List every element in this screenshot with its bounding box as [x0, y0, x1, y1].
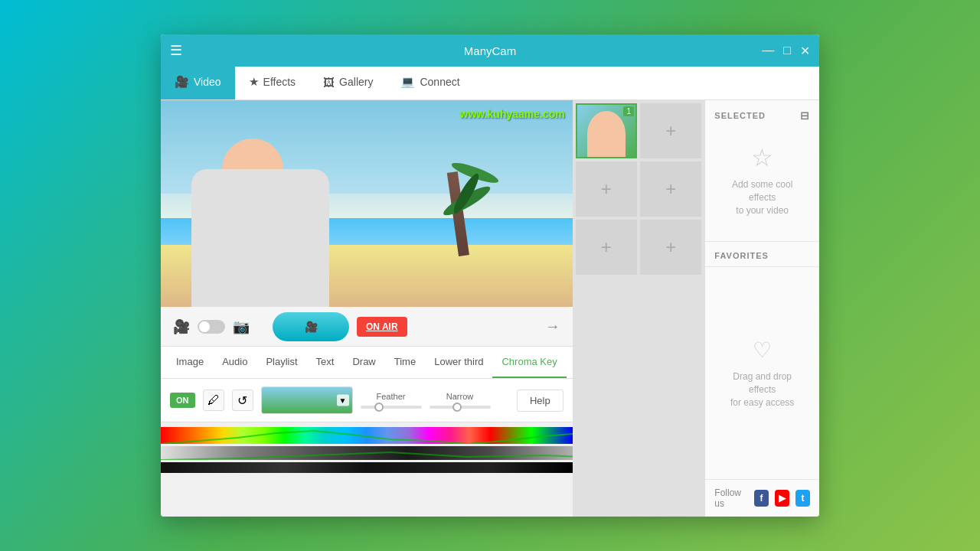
follow-us-label: Follow us [714, 487, 748, 509]
main-content: www.kuhyaame.com 🎥 📷 🎥 ON AIR → Image Au… [161, 100, 819, 517]
tool-tab-draw[interactable]: Draw [343, 347, 384, 378]
color-bar-rainbow [161, 427, 573, 444]
add-source-icon-3: + [601, 178, 612, 200]
title-bar: ☰ ManyCam — □ ✕ [161, 34, 819, 67]
feather-slider-group: Feather [361, 392, 422, 409]
source-grid-panel: 1 + + + + + [573, 100, 705, 517]
background-preview[interactable]: ▼ [261, 386, 353, 414]
tool-tab-image[interactable]: Image [167, 347, 213, 378]
selected-placeholder-text: Add some cool effectsto your video [722, 178, 802, 217]
tool-tabs: Image Audio Playlist Text Draw Time Lowe… [161, 347, 573, 379]
favorites-content: ♡ Drag and drop effectsfor easy access [705, 267, 819, 479]
narrow-label: Narrow [430, 392, 491, 401]
add-source-icon-4: + [665, 178, 676, 200]
color-bars [161, 422, 573, 473]
on-air-button[interactable]: ON AIR [357, 317, 407, 337]
tab-video-label: Video [194, 76, 221, 88]
reset-icon[interactable]: ↺ [232, 390, 253, 411]
video-preview: www.kuhyaame.com [161, 100, 573, 307]
chroma-key-panel: ON 🖊 ↺ ▼ Feather Narrow [161, 379, 573, 422]
feather-label: Feather [361, 392, 422, 401]
camera-icon: 🎥 [173, 318, 190, 335]
tab-connect-label: Connect [420, 76, 459, 88]
minimize-button[interactable]: — [762, 44, 774, 57]
camera-toggle[interactable] [198, 320, 225, 334]
watermark: www.kuhyaame.com [460, 108, 565, 120]
favorites-placeholder-text: Drag and drop effectsfor easy access [720, 370, 804, 409]
hamburger-icon[interactable]: ☰ [170, 42, 182, 59]
tab-effects[interactable]: ★ Effects [235, 67, 310, 99]
add-source-icon-5: + [601, 236, 612, 258]
effects-tab-icon: ★ [249, 75, 259, 89]
tab-bar: 🎥 Video ★ Effects 🖼 Gallery 💻 Connect [161, 67, 819, 100]
arrow-icon: → [545, 318, 560, 335]
tool-tab-chroma-key[interactable]: Chroma Key [492, 347, 566, 378]
gallery-tab-icon: 🖼 [323, 76, 335, 89]
selected-title: SELECTED ⊟ [714, 109, 810, 122]
source-badge-1: 1 [623, 106, 634, 116]
facebook-icon[interactable]: f [754, 490, 769, 507]
thumb-face-1 [587, 111, 626, 157]
video-preview-area: www.kuhyaame.com [161, 100, 573, 307]
close-button[interactable]: ✕ [800, 44, 810, 58]
tab-gallery-label: Gallery [339, 76, 373, 88]
color-picker-icon[interactable]: 🖊 [203, 390, 224, 411]
app-window: ☰ ManyCam — □ ✕ 🎥 Video ★ Effects 🖼 Gall… [161, 34, 819, 517]
tool-tab-lower-third[interactable]: Lower third [425, 347, 492, 378]
on-badge: ON [170, 393, 195, 408]
tool-tab-playlist[interactable]: Playlist [256, 347, 306, 378]
add-source-icon-6: + [665, 236, 676, 258]
window-controls: — □ ✕ [762, 44, 810, 58]
favorites-section: FAVORITES ♡ Drag and drop effectsfor eas… [705, 242, 819, 479]
left-panel: www.kuhyaame.com 🎥 📷 🎥 ON AIR → Image Au… [161, 100, 573, 517]
selected-title-text: SELECTED [714, 111, 766, 120]
filter-icon[interactable]: ⊟ [800, 109, 810, 122]
tab-gallery[interactable]: 🖼 Gallery [309, 67, 387, 99]
add-source-icon-2: + [665, 120, 676, 142]
color-bar-gray [161, 446, 573, 460]
selected-placeholder: ☆ Add some cool effectsto your video [714, 128, 810, 232]
app-title: ManyCam [464, 44, 516, 57]
record-button[interactable]: 🎥 [273, 312, 349, 341]
tab-video[interactable]: 🎥 Video [161, 67, 235, 99]
rainbow-curve [161, 427, 573, 444]
maximize-button[interactable]: □ [783, 44, 791, 57]
record-icon: 🎥 [305, 321, 318, 333]
selected-section: SELECTED ⊟ ☆ Add some cool effectsto you… [705, 100, 819, 242]
tab-connect[interactable]: 💻 Connect [387, 67, 473, 99]
bg-dropdown-icon: ▼ [337, 395, 349, 406]
tool-tab-time[interactable]: Time [385, 347, 425, 378]
follow-us: Follow us f ▶ t [705, 479, 819, 517]
feather-thumb[interactable] [374, 403, 384, 412]
feather-track [361, 406, 422, 409]
person-area [176, 108, 345, 307]
narrow-track [430, 406, 491, 409]
source-cell-5[interactable]: + [576, 220, 637, 275]
source-cell-3[interactable]: + [576, 161, 637, 217]
source-cell-6[interactable]: + [640, 220, 701, 275]
video-controls: 🎥 📷 🎥 ON AIR → [161, 307, 573, 347]
right-sidebar: SELECTED ⊟ ☆ Add some cool effectsto you… [704, 100, 819, 517]
body [191, 169, 329, 307]
source-grid: 1 + + + + + [573, 100, 705, 278]
youtube-icon[interactable]: ▶ [775, 490, 789, 507]
tool-tab-text[interactable]: Text [307, 347, 344, 378]
tool-tab-audio[interactable]: Audio [213, 347, 256, 378]
color-bar-black [161, 462, 573, 473]
star-placeholder-icon: ☆ [751, 143, 773, 172]
narrow-thumb[interactable] [452, 403, 462, 412]
source-cell-4[interactable]: + [640, 161, 701, 217]
photo-icon: 📷 [233, 318, 250, 335]
source-cell-1[interactable]: 1 [576, 103, 637, 158]
gray-curve [161, 446, 573, 460]
favorites-title: FAVORITES [705, 242, 819, 267]
heart-placeholder-icon: ♡ [753, 337, 772, 363]
connect-tab-icon: 💻 [400, 75, 415, 89]
twitter-icon[interactable]: t [795, 490, 810, 507]
source-cell-2[interactable]: + [640, 103, 701, 158]
video-tab-icon: 🎥 [175, 75, 189, 89]
help-button[interactable]: Help [517, 390, 564, 412]
narrow-slider-group: Narrow [430, 392, 491, 409]
tab-effects-label: Effects [263, 76, 296, 88]
